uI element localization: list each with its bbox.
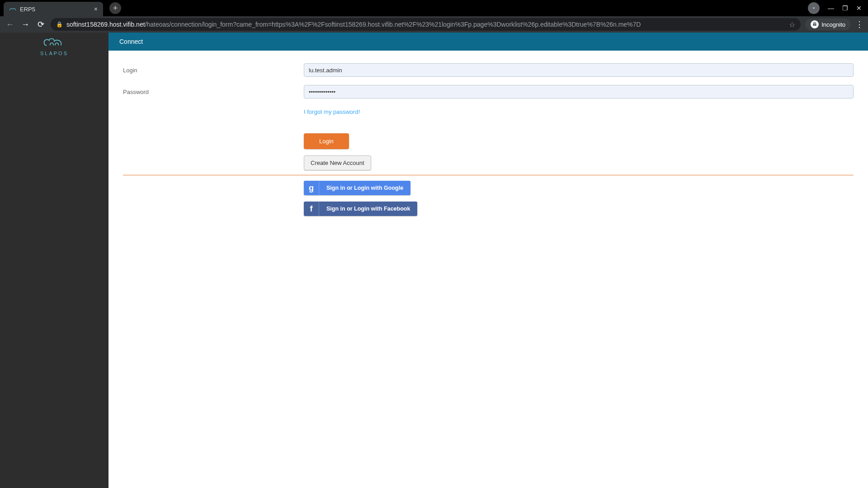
browser-chrome: ERP5 × + ― ❐ ✕ ← → ⟳ 🔒 softinst158269.ho… <box>0 0 868 33</box>
app-root: SLAPOS Connect Login Password I forgot m… <box>0 33 868 488</box>
browser-menu-icon[interactable]: ⋮ <box>855 19 863 29</box>
minimize-icon[interactable]: ― <box>828 5 834 12</box>
logo-cloud-icon <box>42 36 67 49</box>
page-header: Connect <box>108 33 868 51</box>
tab-title: ERP5 <box>20 6 90 13</box>
section-divider <box>123 175 854 175</box>
password-row: Password <box>123 85 854 99</box>
login-button[interactable]: Login <box>304 133 349 149</box>
browser-tab[interactable]: ERP5 × <box>4 2 103 16</box>
facebook-signin-label: Sign in or Login with Facebook <box>319 202 417 216</box>
password-label: Password <box>123 89 304 95</box>
tab-favicon-icon <box>9 5 16 13</box>
back-icon[interactable]: ← <box>5 20 15 29</box>
login-row: Login <box>123 63 854 77</box>
incognito-icon <box>811 20 819 28</box>
window-controls: ― ❐ ✕ <box>808 2 868 14</box>
lock-icon: 🔒 <box>56 21 63 28</box>
url-path: /hateoas/connection/login_form?came_from… <box>145 21 641 28</box>
logo-text: SLAPOS <box>40 51 68 56</box>
address-bar: ← → ⟳ 🔒 softinst158269.host.vifib.net /h… <box>0 16 868 33</box>
profile-icon[interactable] <box>808 2 820 14</box>
password-input[interactable] <box>304 85 854 99</box>
login-input[interactable] <box>304 63 854 77</box>
url-field[interactable]: 🔒 softinst158269.host.vifib.net /hateoas… <box>51 18 801 31</box>
forward-icon[interactable]: → <box>20 20 31 29</box>
logo: SLAPOS <box>40 36 68 56</box>
forgot-password-link[interactable]: I forgot my password! <box>304 108 360 115</box>
close-window-icon[interactable]: ✕ <box>856 5 862 12</box>
create-account-button[interactable]: Create New Account <box>304 155 371 170</box>
tab-close-icon[interactable]: × <box>94 5 98 13</box>
incognito-badge[interactable]: Incognito <box>805 19 851 30</box>
svg-point-0 <box>813 24 815 26</box>
google-signin-label: Sign in or Login with Google <box>319 181 410 195</box>
page-title: Connect <box>119 38 143 45</box>
login-form: Login Password I forgot my password! Log… <box>108 51 868 222</box>
facebook-icon: f <box>304 202 319 216</box>
sidebar: SLAPOS <box>0 33 108 488</box>
maximize-icon[interactable]: ❐ <box>842 5 848 12</box>
svg-point-1 <box>815 24 816 26</box>
tab-strip: ERP5 × + ― ❐ ✕ <box>0 0 868 16</box>
facebook-signin-button[interactable]: f Sign in or Login with Facebook <box>304 202 417 216</box>
google-signin-button[interactable]: g Sign in or Login with Google <box>304 181 410 195</box>
incognito-label: Incognito <box>821 21 845 28</box>
login-label: Login <box>123 67 304 74</box>
reload-icon[interactable]: ⟳ <box>35 19 46 29</box>
bookmark-star-icon[interactable]: ☆ <box>789 20 795 29</box>
url-host: softinst158269.host.vifib.net <box>66 21 145 28</box>
main: Connect Login Password I forgot my passw… <box>108 33 868 488</box>
google-icon: g <box>304 181 319 195</box>
new-tab-button[interactable]: + <box>109 2 121 14</box>
